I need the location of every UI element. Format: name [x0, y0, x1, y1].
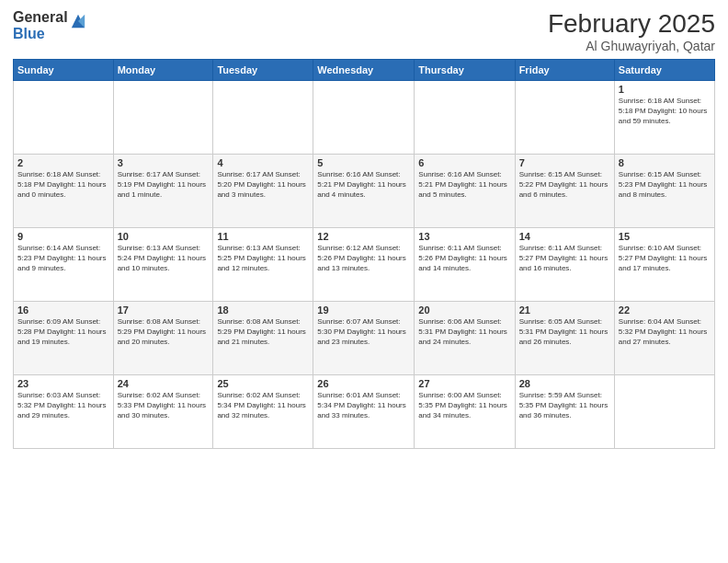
calendar-cell: 6Sunrise: 6:16 AM Sunset: 5:21 PM Daylig… — [415, 155, 515, 228]
day-number: 12 — [317, 231, 410, 242]
calendar-cell: 11Sunrise: 6:13 AM Sunset: 5:25 PM Dayli… — [213, 228, 313, 302]
calendar-week-1: 1Sunrise: 6:18 AM Sunset: 5:18 PM Daylig… — [14, 81, 715, 155]
day-info: Sunrise: 6:03 AM Sunset: 5:32 PM Dayligh… — [17, 390, 109, 421]
weekday-header-tuesday: Tuesday — [213, 60, 313, 81]
calendar-cell — [614, 375, 714, 449]
day-number: 23 — [17, 378, 109, 389]
day-info: Sunrise: 6:16 AM Sunset: 5:21 PM Dayligh… — [418, 169, 510, 201]
day-number: 7 — [519, 157, 610, 168]
calendar-cell: 9Sunrise: 6:14 AM Sunset: 5:23 PM Daylig… — [14, 228, 114, 302]
day-info: Sunrise: 6:00 AM Sunset: 5:35 PM Dayligh… — [418, 390, 510, 421]
page-header: General Blue February 2025 Al Ghuwayriya… — [13, 9, 715, 53]
day-info: Sunrise: 6:01 AM Sunset: 5:34 PM Dayligh… — [317, 390, 410, 421]
location-subtitle: Al Ghuwayriyah, Qatar — [548, 39, 715, 53]
calendar-cell: 3Sunrise: 6:17 AM Sunset: 5:19 PM Daylig… — [113, 155, 213, 228]
day-number: 15 — [619, 231, 711, 242]
day-info: Sunrise: 6:06 AM Sunset: 5:31 PM Dayligh… — [418, 316, 510, 348]
day-info: Sunrise: 6:16 AM Sunset: 5:21 PM Dayligh… — [317, 169, 410, 201]
calendar-cell: 1Sunrise: 6:18 AM Sunset: 5:18 PM Daylig… — [614, 81, 714, 155]
day-number: 14 — [519, 231, 610, 242]
calendar-cell: 12Sunrise: 6:12 AM Sunset: 5:26 PM Dayli… — [313, 228, 415, 302]
month-title: February 2025 — [548, 9, 715, 39]
day-info: Sunrise: 5:59 AM Sunset: 5:35 PM Dayligh… — [519, 390, 610, 421]
day-info: Sunrise: 6:18 AM Sunset: 5:18 PM Dayligh… — [17, 169, 109, 201]
calendar-cell — [113, 81, 213, 155]
day-number: 20 — [418, 304, 510, 316]
calendar-cell: 18Sunrise: 6:08 AM Sunset: 5:29 PM Dayli… — [213, 302, 313, 375]
day-info: Sunrise: 6:14 AM Sunset: 5:23 PM Dayligh… — [17, 243, 109, 274]
calendar-week-3: 9Sunrise: 6:14 AM Sunset: 5:23 PM Daylig… — [14, 228, 715, 302]
calendar-cell: 26Sunrise: 6:01 AM Sunset: 5:34 PM Dayli… — [313, 375, 415, 449]
day-number: 13 — [418, 231, 510, 242]
day-info: Sunrise: 6:17 AM Sunset: 5:20 PM Dayligh… — [217, 169, 309, 201]
calendar-cell: 16Sunrise: 6:09 AM Sunset: 5:28 PM Dayli… — [14, 302, 114, 375]
calendar-cell — [14, 81, 114, 155]
day-number: 1 — [619, 84, 711, 95]
weekday-header-friday: Friday — [515, 60, 614, 81]
day-info: Sunrise: 6:09 AM Sunset: 5:28 PM Dayligh… — [17, 316, 109, 348]
day-number: 4 — [217, 157, 309, 168]
calendar-cell: 21Sunrise: 6:05 AM Sunset: 5:31 PM Dayli… — [515, 302, 614, 375]
calendar-cell: 4Sunrise: 6:17 AM Sunset: 5:20 PM Daylig… — [213, 155, 313, 228]
calendar-cell: 24Sunrise: 6:02 AM Sunset: 5:33 PM Dayli… — [113, 375, 213, 449]
calendar-cell: 23Sunrise: 6:03 AM Sunset: 5:32 PM Dayli… — [14, 375, 114, 449]
calendar-cell: 14Sunrise: 6:11 AM Sunset: 5:27 PM Dayli… — [515, 228, 614, 302]
calendar-cell: 5Sunrise: 6:16 AM Sunset: 5:21 PM Daylig… — [313, 155, 415, 228]
calendar-table: SundayMondayTuesdayWednesdayThursdayFrid… — [13, 59, 715, 449]
day-info: Sunrise: 6:07 AM Sunset: 5:30 PM Dayligh… — [317, 316, 410, 348]
logo: General Blue — [13, 9, 86, 41]
weekday-header-saturday: Saturday — [614, 60, 714, 81]
calendar-cell: 2Sunrise: 6:18 AM Sunset: 5:18 PM Daylig… — [14, 155, 114, 228]
day-info: Sunrise: 6:05 AM Sunset: 5:31 PM Dayligh… — [519, 316, 610, 348]
logo-blue: Blue — [13, 26, 68, 42]
day-number: 22 — [619, 304, 711, 316]
calendar-cell: 10Sunrise: 6:13 AM Sunset: 5:24 PM Dayli… — [113, 228, 213, 302]
day-info: Sunrise: 6:10 AM Sunset: 5:27 PM Dayligh… — [619, 243, 711, 274]
day-number: 17 — [118, 304, 210, 316]
calendar-cell: 15Sunrise: 6:10 AM Sunset: 5:27 PM Dayli… — [614, 228, 714, 302]
day-info: Sunrise: 6:13 AM Sunset: 5:25 PM Dayligh… — [217, 243, 309, 274]
day-info: Sunrise: 6:11 AM Sunset: 5:26 PM Dayligh… — [418, 243, 510, 274]
calendar-cell — [515, 81, 614, 155]
day-info: Sunrise: 6:04 AM Sunset: 5:32 PM Dayligh… — [619, 316, 711, 348]
day-number: 9 — [17, 231, 109, 242]
weekday-header-row: SundayMondayTuesdayWednesdayThursdayFrid… — [14, 60, 715, 81]
weekday-header-monday: Monday — [113, 60, 213, 81]
calendar-cell — [313, 81, 415, 155]
calendar-cell: 13Sunrise: 6:11 AM Sunset: 5:26 PM Dayli… — [415, 228, 515, 302]
calendar-cell: 28Sunrise: 5:59 AM Sunset: 5:35 PM Dayli… — [515, 375, 614, 449]
calendar-cell: 22Sunrise: 6:04 AM Sunset: 5:32 PM Dayli… — [614, 302, 714, 375]
day-info: Sunrise: 6:08 AM Sunset: 5:29 PM Dayligh… — [118, 316, 210, 348]
day-info: Sunrise: 6:02 AM Sunset: 5:34 PM Dayligh… — [217, 390, 309, 421]
day-info: Sunrise: 6:12 AM Sunset: 5:26 PM Dayligh… — [317, 243, 410, 274]
day-number: 10 — [118, 231, 210, 242]
logo-icon — [70, 13, 86, 29]
day-number: 25 — [217, 378, 309, 389]
calendar-cell: 7Sunrise: 6:15 AM Sunset: 5:22 PM Daylig… — [515, 155, 614, 228]
day-info: Sunrise: 6:15 AM Sunset: 5:22 PM Dayligh… — [519, 169, 610, 201]
day-info: Sunrise: 6:17 AM Sunset: 5:19 PM Dayligh… — [118, 169, 210, 201]
day-number: 8 — [619, 157, 711, 168]
day-info: Sunrise: 6:13 AM Sunset: 5:24 PM Dayligh… — [118, 243, 210, 274]
calendar-cell: 20Sunrise: 6:06 AM Sunset: 5:31 PM Dayli… — [415, 302, 515, 375]
day-number: 27 — [418, 378, 510, 389]
calendar-cell: 27Sunrise: 6:00 AM Sunset: 5:35 PM Dayli… — [415, 375, 515, 449]
day-number: 3 — [118, 157, 210, 168]
day-info: Sunrise: 6:18 AM Sunset: 5:18 PM Dayligh… — [619, 96, 711, 127]
day-number: 28 — [519, 378, 610, 389]
weekday-header-thursday: Thursday — [415, 60, 515, 81]
day-number: 26 — [317, 378, 410, 389]
day-number: 19 — [317, 304, 410, 316]
day-number: 18 — [217, 304, 309, 316]
day-number: 5 — [317, 157, 410, 168]
day-number: 21 — [519, 304, 610, 316]
calendar-cell — [213, 81, 313, 155]
day-number: 6 — [418, 157, 510, 168]
weekday-header-sunday: Sunday — [14, 60, 114, 81]
day-number: 11 — [217, 231, 309, 242]
calendar-week-2: 2Sunrise: 6:18 AM Sunset: 5:18 PM Daylig… — [14, 155, 715, 228]
day-info: Sunrise: 6:02 AM Sunset: 5:33 PM Dayligh… — [118, 390, 210, 421]
day-info: Sunrise: 6:11 AM Sunset: 5:27 PM Dayligh… — [519, 243, 610, 274]
day-info: Sunrise: 6:08 AM Sunset: 5:29 PM Dayligh… — [217, 316, 309, 348]
calendar-week-5: 23Sunrise: 6:03 AM Sunset: 5:32 PM Dayli… — [14, 375, 715, 449]
